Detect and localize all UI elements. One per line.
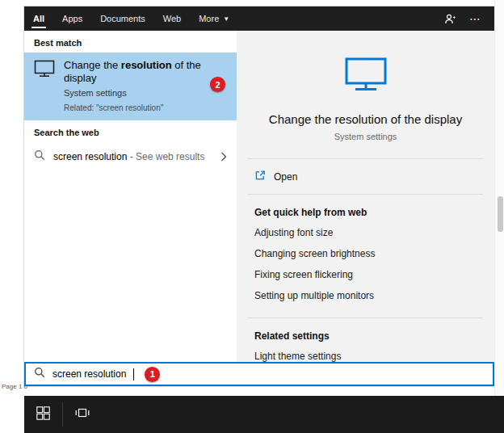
- search-tabs-bar: All Apps Documents Web More ▼ ⋯: [24, 6, 494, 31]
- preview-title: Change the resolution of the display: [237, 112, 494, 126]
- preview-subtitle: System settings: [237, 132, 494, 141]
- web-suggestion-row[interactable]: screen resolution - See web results: [24, 142, 237, 170]
- search-query-text: screen resolution: [52, 368, 126, 380]
- display-settings-icon: [34, 59, 55, 113]
- best-match-result[interactable]: Change the resolution of the display Sys…: [24, 53, 237, 120]
- text-cursor: [133, 368, 134, 380]
- best-match-label: Best match: [24, 31, 237, 53]
- related-settings-link[interactable]: Light theme settings: [237, 347, 494, 362]
- best-match-text: Change the resolution of the display Sys…: [64, 59, 205, 113]
- search-icon: [34, 367, 45, 381]
- search-icon: [34, 149, 45, 163]
- start-button[interactable]: [24, 396, 62, 433]
- open-label: Open: [274, 171, 297, 183]
- tab-apps[interactable]: Apps: [53, 6, 91, 31]
- search-results-area: Best match Change the resolution of the …: [24, 31, 494, 362]
- quick-help-link[interactable]: Setting up multiple monitors: [237, 286, 494, 307]
- tabs-spacer: [238, 6, 444, 31]
- search-input[interactable]: screen resolution 1: [24, 362, 494, 386]
- best-match-subtitle: System settings: [64, 88, 205, 99]
- quick-help-heading: Get quick help from web: [237, 195, 494, 223]
- tab-documents[interactable]: Documents: [91, 6, 154, 31]
- document-scrollbar[interactable]: [494, 0, 504, 396]
- tab-more[interactable]: More ▼: [190, 6, 238, 31]
- preview-panel: Change the resolution of the display Sys…: [237, 31, 494, 362]
- best-match-related: Related: "screen resolution": [64, 103, 205, 113]
- task-view-button[interactable]: [63, 396, 101, 433]
- search-window: All Apps Documents Web More ▼ ⋯: [24, 6, 494, 386]
- task-view-icon: [75, 406, 90, 422]
- search-web-label: Search the web: [24, 120, 237, 142]
- quick-help-link[interactable]: Changing screen brightness: [237, 244, 494, 265]
- results-panel: Best match Change the resolution of the …: [24, 31, 237, 362]
- more-options-icon[interactable]: ⋯: [469, 13, 481, 24]
- scrollbar-thumb[interactable]: [498, 196, 503, 232]
- screen: Page 1 o All Apps Documents Web More ▼: [0, 0, 504, 433]
- best-match-title: Change the resolution of the display: [64, 59, 205, 85]
- document-page-edge: Page 1 o: [0, 0, 24, 433]
- quick-help-link[interactable]: Fixing screen flickering: [237, 265, 494, 286]
- web-suggestion-text: screen resolution - See web results: [53, 151, 204, 162]
- taskbar: [24, 396, 504, 433]
- open-command[interactable]: Open: [237, 159, 494, 194]
- display-monitor-icon: [345, 57, 387, 95]
- annotation-badge-2: 2: [210, 77, 225, 92]
- open-icon: [254, 170, 266, 183]
- tab-all[interactable]: All: [24, 6, 53, 31]
- tab-web[interactable]: Web: [154, 6, 190, 31]
- annotation-badge-1: 1: [145, 367, 160, 382]
- quick-help-link[interactable]: Adjusting font size: [237, 223, 494, 244]
- account-icon[interactable]: [444, 13, 456, 25]
- windows-logo-icon: [36, 406, 50, 423]
- related-settings-heading: Related settings: [237, 318, 494, 347]
- chevron-down-icon: ▼: [223, 15, 229, 23]
- tab-more-label: More: [199, 14, 219, 23]
- chevron-right-icon[interactable]: [220, 152, 227, 162]
